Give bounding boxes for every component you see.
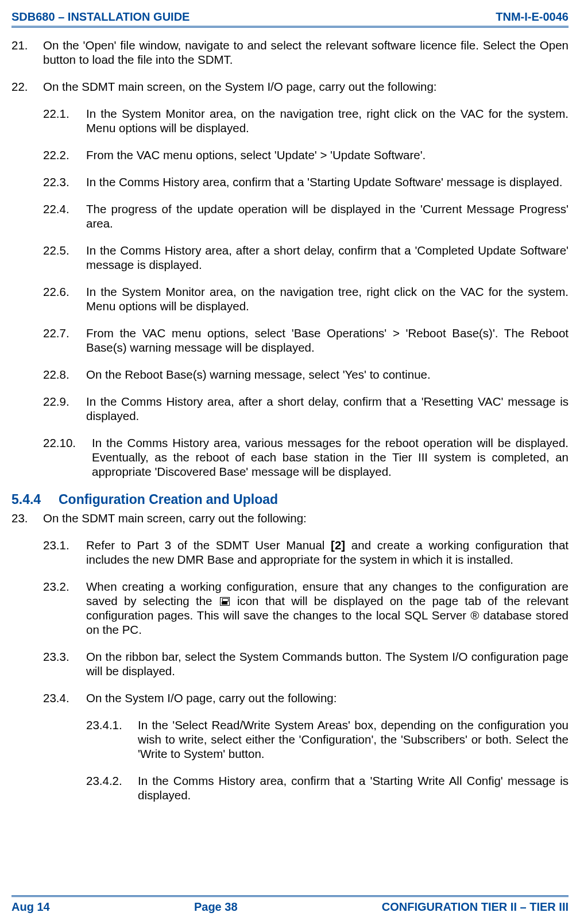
item-number: 21. [11,38,43,67]
save-icon [220,597,230,606]
reference: [2] [331,538,345,552]
item-text: In the Comms History area, various messa… [92,436,569,479]
item-text: From the VAC menu options, select 'Updat… [86,148,569,162]
item-text: In the 'Select Read/Write System Areas' … [138,718,569,761]
footer-left: Aug 14 [11,900,50,914]
item-number: 22.6. [43,284,86,313]
item-number: 23.4. [43,691,86,705]
header-left: SDB680 – INSTALLATION GUIDE [11,10,190,24]
list-item: 22.7. From the VAC menu options, select … [43,326,569,355]
list-item: 22.3. In the Comms History area, confirm… [43,175,569,189]
list-item: 22.1. In the System Monitor area, on the… [43,106,569,135]
list-item: 23.3. On the ribbon bar, select the Syst… [43,649,569,678]
item-number: 22.5. [43,243,86,272]
item-text: In the Comms History area, after a short… [86,394,569,423]
item-text: In the Comms History area, confirm that … [138,773,569,802]
item-text: On the SDMT main screen, carry out the f… [43,511,569,525]
item-text: When creating a working configuration, e… [86,579,569,637]
list-item: 23. On the SDMT main screen, carry out t… [11,511,569,525]
footer-center: Page 38 [194,900,238,914]
item-number: 23. [11,511,43,525]
page-footer: Aug 14 Page 38 CONFIGURATION TIER II – T… [11,895,569,914]
page-header: SDB680 – INSTALLATION GUIDE TNM-I-E-0046 [11,10,569,28]
item-number: 22.1. [43,106,86,135]
item-number: 22.8. [43,367,86,382]
item-text: In the System Monitor area, on the navig… [86,106,569,135]
page-body: 21. On the 'Open' file window, navigate … [11,38,569,849]
item-number: 23.1. [43,538,86,567]
list-item: 22.10. In the Comms History area, variou… [43,436,569,479]
item-number: 22.9. [43,394,86,423]
list-item: 23.4. On the System I/O page, carry out … [43,691,569,705]
list-item: 21. On the 'Open' file window, navigate … [11,38,569,67]
item-number: 22.3. [43,175,86,189]
list-item: 22.8. On the Reboot Base(s) warning mess… [43,367,569,382]
item-text: On the ribbon bar, select the System Com… [86,649,569,678]
list-item: 23.4.1. In the 'Select Read/Write System… [86,718,569,761]
item-number: 22.10. [43,436,92,479]
item-text: On the System I/O page, carry out the fo… [86,691,569,705]
section-title: Configuration Creation and Upload [59,492,278,507]
item-text: Refer to Part 3 of the SDMT User Manual … [86,538,569,567]
list-item: 22. On the SDMT main screen, on the Syst… [11,79,569,94]
item-text: On the 'Open' file window, navigate to a… [43,38,569,67]
list-item: 22.9. In the Comms History area, after a… [43,394,569,423]
item-text: From the VAC menu options, select 'Base … [86,326,569,355]
list-item: 22.5. In the Comms History area, after a… [43,243,569,272]
item-number: 22.7. [43,326,86,355]
item-number: 23.4.1. [86,718,138,761]
item-number: 23.2. [43,579,86,637]
list-item: 22.2. From the VAC menu options, select … [43,148,569,162]
item-text: In the Comms History area, confirm that … [86,175,569,189]
item-number: 22.4. [43,202,86,230]
item-text: The progress of the update operation wil… [86,202,569,230]
item-text: On the SDMT main screen, on the System I… [43,79,569,94]
list-item: 22.4. The progress of the update operati… [43,202,569,230]
footer-right: CONFIGURATION TIER II – TIER III [382,900,569,914]
list-item: 22.6. In the System Monitor area, on the… [43,284,569,313]
item-number: 23.4.2. [86,773,138,802]
item-number: 22.2. [43,148,86,162]
item-text: On the Reboot Base(s) warning message, s… [86,367,569,382]
list-item: 23.2. When creating a working configurat… [43,579,569,637]
item-number: 22. [11,79,43,94]
item-number: 23.3. [43,649,86,678]
section-number: 5.4.4 [11,491,59,507]
item-text: In the System Monitor area, on the navig… [86,284,569,313]
header-right: TNM-I-E-0046 [496,10,569,24]
list-item: 23.4.2. In the Comms History area, confi… [86,773,569,802]
item-text: In the Comms History area, after a short… [86,243,569,272]
list-item: 23.1. Refer to Part 3 of the SDMT User M… [43,538,569,567]
section-heading: 5.4.4Configuration Creation and Upload [11,491,569,507]
